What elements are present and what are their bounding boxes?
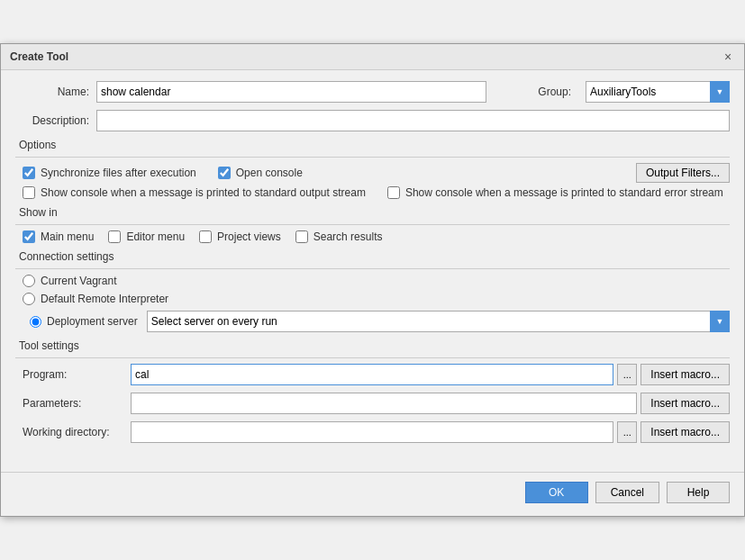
- search-results-checkbox-row: Search results: [295, 230, 383, 243]
- tool-settings-divider: [15, 357, 730, 358]
- program-row: Program: ... Insert macro...: [23, 364, 730, 385]
- group-select-wrapper: AuxiliaryTools: [586, 81, 730, 103]
- help-button[interactable]: Help: [667, 482, 730, 503]
- working-dir-ellipsis-button[interactable]: ...: [617, 421, 637, 443]
- program-ellipsis-button[interactable]: ...: [617, 364, 637, 385]
- show-in-header: Show in: [15, 206, 730, 219]
- program-input-group: ... Insert macro...: [131, 364, 730, 385]
- show-console-stderr-label: Show console when a message is printed t…: [405, 186, 723, 199]
- name-input[interactable]: [96, 81, 486, 103]
- project-views-label: Project views: [217, 230, 281, 243]
- open-console-checkbox[interactable]: [218, 167, 231, 179]
- dialog-title: Create Tool: [10, 50, 68, 63]
- sync-files-label: Synchronize files after execution: [41, 167, 196, 179]
- parameters-input[interactable]: [131, 393, 637, 414]
- tool-settings-header: Tool settings: [15, 339, 730, 352]
- working-dir-label: Working directory:: [23, 426, 131, 438]
- options-header: Options: [15, 139, 730, 151]
- description-label: Description:: [15, 114, 96, 127]
- program-insert-macro-button[interactable]: Insert macro...: [641, 364, 730, 385]
- description-row: Description:: [15, 110, 730, 131]
- options-row2: Show console when a message is printed t…: [15, 186, 730, 199]
- project-views-checkbox-row: Project views: [199, 230, 281, 243]
- parameters-label: Parameters:: [23, 397, 131, 410]
- connection-section: Connection settings Current Vagrant Defa…: [15, 250, 730, 332]
- name-group-row: Name: Group: AuxiliaryTools: [15, 81, 730, 103]
- editor-menu-checkbox-row: Editor menu: [108, 230, 185, 243]
- options-row1: Synchronize files after execution Open c…: [15, 163, 730, 183]
- remote-label: Default Remote Interpreter: [41, 293, 168, 305]
- options-row1-left: Synchronize files after execution Open c…: [23, 167, 303, 179]
- show-console-stdout-row: Show console when a message is printed t…: [23, 186, 366, 199]
- working-dir-input-group: ... Insert macro...: [131, 421, 730, 443]
- parameters-insert-macro-button[interactable]: Insert macro...: [641, 393, 730, 414]
- deployment-label: Deployment server: [47, 315, 138, 328]
- title-bar: Create Tool ×: [1, 44, 744, 70]
- show-console-stdout-checkbox[interactable]: [23, 186, 35, 199]
- deployment-row: Deployment server Select server on every…: [23, 311, 730, 332]
- options-section: Options Synchronize files after executio…: [15, 139, 730, 199]
- working-dir-row: Working directory: ... Insert macro...: [23, 421, 730, 443]
- options-divider: [15, 157, 730, 158]
- tool-settings-section: Tool settings Program: ... Insert macro.…: [15, 339, 730, 443]
- group-container: Group: AuxiliaryTools: [497, 81, 730, 103]
- program-label: Program:: [23, 368, 131, 381]
- cancel-button[interactable]: Cancel: [595, 482, 659, 503]
- show-console-stderr-row: Show console when a message is printed t…: [387, 186, 723, 199]
- connection-divider: [15, 268, 730, 269]
- show-in-section: Show in Main menu Editor menu Project vi…: [15, 206, 730, 243]
- editor-menu-label: Editor menu: [126, 230, 185, 243]
- parameters-input-group: Insert macro...: [131, 393, 730, 414]
- program-input[interactable]: [131, 364, 613, 385]
- dialog-footer: OK Cancel Help: [1, 472, 744, 516]
- tool-settings-body: Program: ... Insert macro... Parameters:…: [15, 364, 730, 443]
- deployment-radio[interactable]: [30, 316, 41, 328]
- open-console-checkbox-row: Open console: [218, 167, 303, 179]
- show-console-stdout-label: Show console when a message is printed t…: [41, 186, 366, 199]
- project-views-checkbox[interactable]: [199, 230, 212, 243]
- output-filters-button[interactable]: Output Filters...: [636, 163, 730, 183]
- remote-radio-row: Default Remote Interpreter: [23, 293, 730, 305]
- main-menu-label: Main menu: [41, 230, 94, 243]
- show-console-stderr-checkbox[interactable]: [387, 186, 400, 199]
- show-in-divider: [15, 224, 730, 225]
- search-results-label: Search results: [313, 230, 383, 243]
- search-results-checkbox[interactable]: [295, 230, 308, 243]
- show-in-row: Main menu Editor menu Project views Sear…: [15, 230, 730, 243]
- editor-menu-checkbox[interactable]: [108, 230, 121, 243]
- create-tool-dialog: Create Tool × Name: Group: AuxiliaryTool…: [0, 43, 745, 517]
- group-label: Group:: [497, 86, 578, 98]
- sync-files-checkbox-row: Synchronize files after execution: [23, 167, 196, 179]
- open-console-label: Open console: [236, 167, 303, 179]
- ok-button[interactable]: OK: [525, 482, 588, 503]
- connection-header: Connection settings: [15, 250, 730, 263]
- deployment-select-wrapper: Select server on every run: [147, 311, 730, 332]
- dialog-body: Name: Group: AuxiliaryTools Description:…: [1, 70, 744, 465]
- close-button[interactable]: ×: [721, 50, 735, 64]
- deployment-select[interactable]: Select server on every run: [147, 311, 730, 332]
- main-menu-checkbox-row: Main menu: [23, 230, 94, 243]
- radio-group: Current Vagrant Default Remote Interpret…: [15, 275, 730, 332]
- description-input[interactable]: [96, 110, 730, 131]
- vagrant-label: Current Vagrant: [41, 275, 117, 287]
- working-dir-insert-macro-button[interactable]: Insert macro...: [641, 421, 730, 443]
- group-select[interactable]: AuxiliaryTools: [586, 81, 730, 103]
- parameters-row: Parameters: Insert macro...: [23, 393, 730, 414]
- sync-files-checkbox[interactable]: [23, 167, 35, 179]
- name-label: Name:: [15, 86, 96, 98]
- vagrant-radio-row: Current Vagrant: [23, 275, 730, 287]
- vagrant-radio[interactable]: [23, 275, 35, 287]
- remote-radio[interactable]: [23, 293, 35, 305]
- working-dir-input[interactable]: [131, 421, 613, 443]
- main-menu-checkbox[interactable]: [23, 230, 35, 243]
